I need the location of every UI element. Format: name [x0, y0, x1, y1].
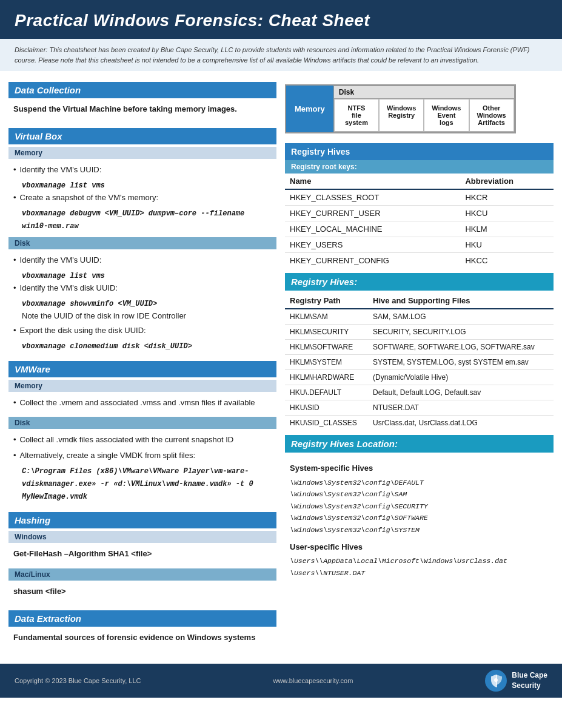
table-row: HKU\SID_CLASSESUsrClass.dat, UsrClass.da… — [285, 416, 554, 431]
page-title: Practical Windows Forensics: Cheat Sheet — [15, 11, 547, 30]
user-hives-paths: \Users\\AppData\Local\Microsoft\Windows\… — [290, 555, 549, 579]
table-row: HKEY_LOCAL_MACHINEHKLM — [285, 221, 554, 237]
vmware-disk-item-1: Collect all .vmdk files associated with … — [13, 434, 272, 447]
data-collection-intro: Suspend the Virtual Machine before takin… — [13, 103, 272, 116]
table-row: HKLM\SYSTEMSYSTEM, SYSTEM.LOG, syst SYST… — [285, 355, 554, 370]
vmware-disk-item-2: Alternatively, create a single VMDK from… — [13, 450, 272, 462]
logo-icon — [485, 670, 507, 692]
vbox-memory-header: Memory — [8, 147, 276, 159]
vbox-disk-cmd-2: vboxmanage showvminfo <VM_UUID> — [13, 297, 272, 310]
table-row: HKEY_CURRENT_CONFIGHKCC — [285, 253, 554, 269]
col-name: Name — [285, 174, 460, 189]
virtual-box-header: Virtual Box — [8, 128, 276, 144]
user-hives-label: User-specific Hives — [290, 541, 549, 554]
page-footer: Copyright © 2023 Blue Cape Security, LLC… — [0, 664, 562, 698]
system-hives-paths: \Windows\System32\config\DEFAULT\Windows… — [290, 477, 549, 536]
registry-hives-paths-header: Registry Hives: — [285, 273, 554, 291]
vbox-memory-content: Identify the VM's UUID: vboxmanage list … — [8, 161, 276, 236]
diagram-disk-items: NTFSfile system WindowsRegistry WindowsE… — [334, 99, 514, 132]
vmware-disk-cmd: C:\Program Files (x86)\VMware\VMware Pla… — [13, 465, 272, 504]
vbox-mem-item-2: Create a snapshot of the VM's memory: — [13, 192, 272, 204]
storage-diagram: Memory Disk NTFSfile system WindowsRegis… — [285, 84, 516, 133]
footer-website: www.bluecapesecurity.com — [273, 677, 353, 684]
disclaimer: Disclaimer: This cheatsheet has been cre… — [0, 39, 562, 71]
footer-logo-text: Blue CapeSecurity — [512, 670, 547, 691]
hashing-windows-header: Windows — [8, 531, 276, 543]
vmware-header: VMWare — [8, 361, 276, 377]
registry-location-content: System-specific Hives \Windows\System32\… — [285, 455, 554, 582]
diagram-event-logs: WindowsEvent logs — [424, 99, 469, 132]
vbox-mem-item-1: Identify the VM's UUID: — [13, 164, 272, 177]
vbox-mem-cmd-1: vboxmanage list vms — [13, 179, 272, 192]
vmware-memory-content: Collect the .vmem and associated .vmss a… — [8, 394, 276, 416]
page-header: Practical Windows Forensics: Cheat Sheet — [0, 0, 562, 39]
table-row: HKLM\SAMSAM, SAM.LOG — [285, 309, 554, 325]
table-row: HKEY_CLASSES_ROOTHKCR — [285, 189, 554, 206]
data-extraction-content: Fundamental sources of forensic evidence… — [8, 629, 276, 652]
footer-copyright: Copyright © 2023 Blue Cape Security, LLC — [15, 677, 141, 684]
vbox-disk-note: Note the UUID of the disk in row IDE Con… — [13, 310, 272, 323]
table-row: HKEY_USERSHKU — [285, 237, 554, 253]
vbox-disk-item-1: Identify the VM's UUID: — [13, 254, 272, 267]
vbox-disk-content: Identify the VM's UUID: vboxmanage list … — [8, 252, 276, 356]
hashing-windows-cmd: Get-FileHash –Algorithm SHA1 <file> — [13, 548, 272, 561]
diagram-memory-box: Memory — [286, 86, 333, 132]
system-hives-label: System-specific Hives — [290, 462, 549, 475]
vbox-disk-item-3: Export the disk using the disk UUID: — [13, 325, 272, 337]
vbox-disk-cmd-3: vboxmanage clonemedium disk <disk_UUID> — [13, 340, 272, 352]
data-extraction-text: Fundamental sources of forensic evidence… — [13, 632, 272, 644]
registry-root-keys-label: Registry root keys: — [285, 160, 554, 174]
vbox-disk-item-2: Identify the VM's disk UUID: — [13, 282, 272, 295]
vbox-mem-cmd-2: vboxmanage debugvm <VM_UUID> dumpvm–core… — [13, 207, 272, 232]
disclaimer-text: Disclaimer: This cheatsheet has been cre… — [15, 46, 530, 64]
registry-location-header: Registry Hives Location: — [285, 435, 554, 453]
svg-point-0 — [494, 678, 498, 682]
vmware-memory-header: Memory — [8, 380, 276, 392]
hashing-mac-content: shasum <file> — [8, 583, 276, 605]
vmware-disk-content: Collect all .vmdk files associated with … — [8, 431, 276, 507]
diagram-registry: WindowsRegistry — [379, 99, 424, 132]
right-column: Memory Disk NTFSfile system WindowsRegis… — [283, 77, 554, 582]
hashing-header: Hashing — [8, 512, 276, 528]
table-row: HKLM\SECURITYSECURITY, SECURITY.LOG — [285, 325, 554, 340]
diagram-other: OtherWindowsArtifacts — [469, 99, 514, 132]
table-row: HKU\SIDNTUSER.DAT — [285, 400, 554, 416]
diagram-disk-section: Disk NTFSfile system WindowsRegistry Win… — [333, 86, 515, 132]
registry-hives-header: Registry Hives — [285, 143, 554, 160]
col-path: Registry Path — [285, 293, 368, 309]
data-extraction-header: Data Extraction — [8, 610, 276, 627]
hashing-windows-content: Get-FileHash –Algorithm SHA1 <file> — [8, 545, 276, 568]
hashing-mac-header: Mac/Linux — [8, 568, 276, 581]
col-abbrev: Abbreviation — [460, 174, 554, 189]
main-content: Data Collection Suspend the Virtual Mach… — [0, 71, 562, 658]
vbox-disk-cmd-1: vboxmanage list vms — [13, 269, 272, 282]
table-row: HKLM\HARDWARE(Dynamic/Volatile Hive) — [285, 370, 554, 385]
data-collection-content: Suspend the Virtual Machine before takin… — [8, 101, 276, 123]
diagram-ntfs: NTFSfile system — [334, 99, 379, 132]
vmware-mem-item-1: Collect the .vmem and associated .vmss a… — [13, 397, 272, 410]
vmware-disk-header: Disk — [8, 417, 276, 429]
registry-hives-paths-table: Registry Path Hive and Supporting Files … — [285, 293, 554, 430]
table-row: HKU\.DEFAULTDefault, Default.LOG, Defaul… — [285, 385, 554, 400]
data-collection-header: Data Collection — [8, 82, 276, 98]
diagram-section: Memory Disk NTFSfile system WindowsRegis… — [285, 81, 554, 138]
vbox-disk-header: Disk — [8, 237, 276, 249]
table-row: HKEY_CURRENT_USERHKCU — [285, 206, 554, 221]
left-column: Data Collection Suspend the Virtual Mach… — [8, 77, 283, 652]
hashing-mac-cmd: shasum <file> — [13, 585, 272, 598]
col-hive-files: Hive and Supporting Files — [368, 293, 554, 309]
table-row: HKLM\SOFTWARESOFTWARE, SOFTWARE.LOG, SOF… — [285, 340, 554, 355]
footer-logo: Blue CapeSecurity — [485, 670, 547, 692]
registry-root-table: Name Abbreviation HKEY_CLASSES_ROOTHKCRH… — [285, 174, 554, 268]
diagram-disk-label: Disk — [334, 86, 514, 99]
